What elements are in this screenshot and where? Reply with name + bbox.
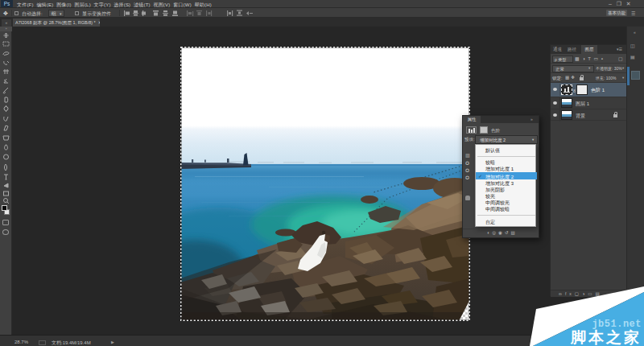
svg-text:脚本之家: 脚本之家 <box>570 329 642 346</box>
svg-text:jb51.net: jb51.net <box>592 319 642 330</box>
